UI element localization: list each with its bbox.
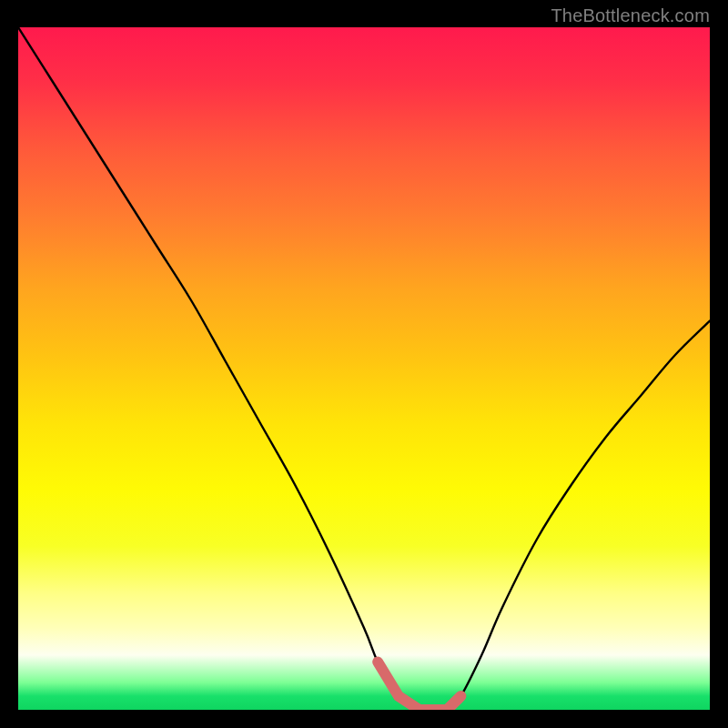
chart-frame: TheBottleneck.com bbox=[0, 0, 728, 728]
valley-marker bbox=[378, 662, 460, 711]
bottleneck-curve bbox=[18, 27, 710, 710]
plot-area bbox=[18, 27, 710, 710]
watermark-text: TheBottleneck.com bbox=[551, 5, 710, 26]
curve-layer bbox=[18, 27, 710, 710]
